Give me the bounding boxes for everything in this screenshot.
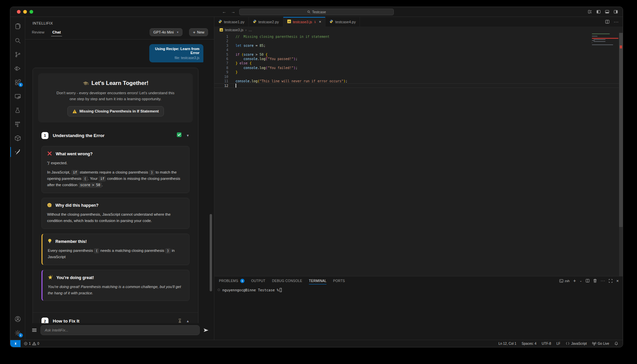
sidebar-tabs: Review Chat GPT-4o Mini ▼ + New (25, 26, 214, 38)
svg-text:JS: JS (288, 21, 290, 23)
chat-scrollbar[interactable] (209, 17, 212, 340)
panel-tab-ports[interactable]: PORTS (333, 276, 345, 285)
tab-label: testcase2.py (258, 20, 279, 24)
terminal-cursor (280, 288, 282, 292)
editor-scrollbar[interactable] (619, 33, 623, 276)
activity-item-settings[interactable]: 1 (10, 326, 25, 340)
thinking-icon (47, 203, 52, 208)
status-go-live[interactable]: Go Live (592, 341, 609, 346)
section-header-1[interactable]: 1Understanding the Error▼ (33, 127, 198, 144)
more-actions-icon[interactable]: ··· (614, 20, 619, 24)
status-bar: 1 0 Ln 12, Col 1Spaces: 4UTF-8LFJavaScri… (10, 340, 623, 347)
panel-tab-output[interactable]: OUTPUT (251, 276, 265, 285)
line-content (228, 48, 236, 52)
editor-tab-testcase4-py[interactable]: testcase4.py (325, 17, 360, 27)
nav-back-icon[interactable]: ← (222, 9, 226, 14)
nav-forward-icon[interactable]: → (231, 9, 235, 14)
close-icon[interactable]: ✕ (319, 20, 321, 24)
ask-intellifix-input[interactable]: Ask IntelliFix... (40, 325, 200, 335)
panel-tab-terminal[interactable]: TERMINAL (309, 276, 326, 285)
panel-more-actions-icon[interactable]: ··· (601, 279, 605, 283)
toggle-primary-sidebar-icon[interactable] (596, 10, 601, 14)
split-editor-icon[interactable] (605, 20, 609, 24)
panel-tab-problems[interactable]: PROBLEMS1 (219, 276, 245, 285)
code-editor[interactable]: 1// Missing closing parenthesis in if st… (214, 33, 623, 276)
maximize-window-button[interactable] (30, 10, 33, 14)
terminal-content[interactable]: nguyenngoc@Binne Testcase % (214, 285, 623, 340)
minimap-line (592, 40, 595, 41)
minimap[interactable] (592, 34, 618, 276)
panel-tab-debug-console[interactable]: DEBUG CONSOLE (272, 276, 302, 285)
python-file-icon (253, 20, 256, 24)
toggle-panel-icon[interactable] (605, 10, 609, 14)
activity-item-search[interactable] (10, 34, 25, 47)
activity-item-account[interactable] (10, 312, 25, 326)
new-terminal-icon[interactable]: + (573, 278, 576, 283)
bulb-icon (48, 239, 52, 245)
editor-tab-testcase2-py[interactable]: testcase2.py (249, 17, 283, 27)
error-marker (620, 45, 622, 48)
panel-tab-bar: PROBLEMS1OUTPUTDEBUG CONSOLETERMINALPORT… (214, 276, 623, 285)
learn-subtitle: Don't worry - every developer encounters… (54, 90, 177, 102)
maximize-panel-icon[interactable] (609, 279, 612, 283)
vscode-window: ← → Testcase 11 INTELLIFIX Review Chat G… (10, 7, 623, 347)
activity-item-cube[interactable] (10, 131, 25, 145)
chat-scrollbar-thumb[interactable] (210, 214, 212, 292)
model-selector-dropdown[interactable]: GPT-4o Mini ▼ (150, 28, 182, 36)
titlebar: ← → Testcase (10, 7, 623, 17)
status-cursor-position[interactable]: Ln 12, Col 1 (498, 342, 516, 345)
activity-item-remote-explorer[interactable] (10, 89, 25, 103)
remote-indicator[interactable] (10, 340, 21, 347)
command-center-search[interactable]: Testcase (239, 9, 394, 15)
card-title: You're doing great! (48, 275, 184, 281)
activity-item-source-control[interactable] (10, 47, 25, 61)
terminal-icon (559, 279, 563, 283)
menu-icon[interactable] (32, 328, 37, 332)
terminal-shell-label[interactable]: zsh (559, 279, 570, 283)
chevron-down-icon[interactable]: ▼ (186, 134, 189, 137)
status-notifications[interactable] (614, 341, 618, 346)
breadcrumb[interactable]: JS testcase3.js › … (214, 27, 623, 33)
editor-tab-testcase1-py[interactable]: testcase1.py (214, 17, 249, 27)
status-eol[interactable]: LF (556, 342, 560, 345)
send-icon[interactable] (203, 328, 209, 332)
activity-item-explorer[interactable] (10, 20, 25, 34)
minimap-line (592, 38, 618, 39)
minimap-line (592, 42, 592, 43)
recipe-file: file: testcase3.js (153, 56, 199, 60)
warning-icon (72, 109, 77, 113)
recipe-title: Using Recipe: Learn from Error (153, 47, 199, 55)
minimize-window-button[interactable] (23, 10, 27, 14)
split-terminal-icon[interactable] (586, 279, 590, 283)
chevron-up-icon[interactable]: ▲ (186, 319, 189, 323)
code-line-9: 9} (214, 70, 623, 74)
tab-review[interactable]: Review (31, 28, 45, 36)
line-number: 9 (214, 70, 228, 74)
terminal-profile-chevron-icon[interactable]: ⌄ (580, 279, 582, 282)
section-header-2[interactable]: 2How to Fix It▲ (33, 313, 198, 323)
status-language-mode[interactable]: JavaScript (566, 342, 587, 346)
close-panel-icon[interactable]: × (616, 278, 619, 283)
warnings-icon (32, 342, 36, 345)
toggle-secondary-sidebar-icon[interactable] (613, 10, 618, 14)
customize-layout-icon[interactable] (588, 10, 592, 14)
inline-code: ( (83, 176, 88, 182)
activity-item-intellifix[interactable] (10, 145, 25, 159)
activity-item-run-debug[interactable] (10, 61, 25, 75)
code-line-8: 8 console.log("You failed!"); (214, 66, 623, 70)
inline-code: ( (94, 248, 99, 254)
status-indentation[interactable]: Spaces: 4 (522, 342, 536, 345)
close-window-button[interactable] (17, 10, 21, 14)
status-encoding[interactable]: UTF-8 (542, 342, 551, 345)
activity-item-extensions[interactable]: 1 (10, 75, 25, 89)
activity-item-testing[interactable] (10, 103, 25, 117)
card-paragraph: Every opening parenthesis ( needs a matc… (48, 248, 184, 260)
new-chat-button[interactable]: + New (189, 28, 208, 36)
line-content: console.log("You passed!"); (228, 57, 298, 61)
activity-item-grid[interactable] (10, 117, 25, 131)
kill-terminal-icon[interactable] (593, 279, 597, 283)
code-line-12: 12 (214, 83, 623, 88)
editor-tab-testcase3-js[interactable]: JStestcase3.js1✕ (283, 17, 326, 27)
problems-summary[interactable]: 1 0 (24, 342, 39, 345)
tab-chat[interactable]: Chat (52, 28, 62, 36)
